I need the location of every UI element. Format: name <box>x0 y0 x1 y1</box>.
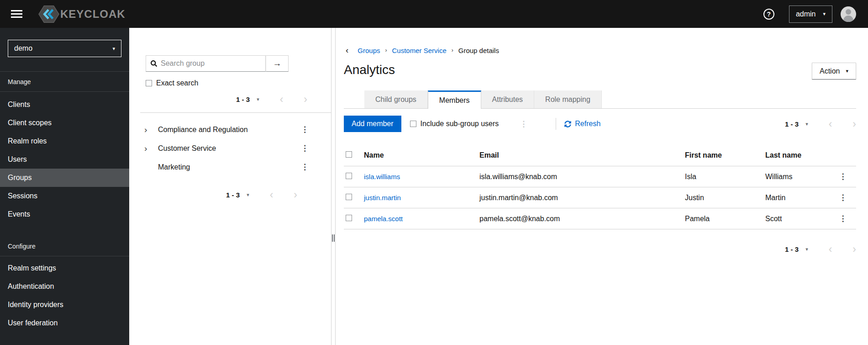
caret-down-icon[interactable]: ▾ <box>805 121 808 127</box>
resizer-grip[interactable] <box>332 234 335 242</box>
column-header-first-name: First name <box>685 148 765 166</box>
kebab-icon[interactable]: ⋮ <box>299 162 310 172</box>
prev-page-button[interactable]: ‹ <box>829 244 832 255</box>
kebab-icon[interactable]: ⋮ <box>299 125 310 134</box>
sidebar-item-clients[interactable]: Clients <box>0 96 129 114</box>
tab-members[interactable]: Members <box>428 90 481 109</box>
member-first-name: Isla <box>685 166 765 187</box>
prev-page-button[interactable]: ‹ <box>270 190 274 200</box>
group-name[interactable]: Marketing <box>158 163 190 171</box>
pagination-range: 1 - 3 <box>785 245 799 253</box>
configure-nav-list: Realm settings Authentication Identity p… <box>0 256 129 332</box>
row-checkbox[interactable] <box>346 173 352 179</box>
sidebar-item-events[interactable]: Events <box>0 205 129 223</box>
tab-attributes[interactable]: Attributes <box>481 90 535 108</box>
member-email: justin.martin@knab.com <box>479 187 685 208</box>
row-checkbox[interactable] <box>346 194 352 200</box>
select-all-checkbox[interactable] <box>346 151 352 158</box>
help-icon[interactable]: ? <box>763 9 774 20</box>
expand-chevron-icon[interactable]: › <box>144 125 158 135</box>
column-header-last-name: Last name <box>765 148 833 166</box>
chevron-right-icon: › <box>447 47 458 53</box>
next-page-button[interactable]: › <box>304 94 307 105</box>
tree-pagination-top: 1 - 3 ▾ ‹ › <box>129 94 331 105</box>
include-subgroups-label: Include sub-group users <box>421 120 499 128</box>
members-pagination-bottom: 1 - 3 ▾ ‹ › <box>344 244 856 255</box>
realm-selector[interactable]: demo ▾ <box>8 40 121 57</box>
kebab-icon[interactable]: ⋮ <box>517 119 530 129</box>
include-subgroups-toggle[interactable]: Include sub-group users <box>410 120 499 128</box>
tab-role-mapping[interactable]: Role mapping <box>534 90 602 108</box>
collapse-chevron-icon[interactable]: ‹ <box>344 45 350 55</box>
member-last-name: Williams <box>765 166 833 187</box>
members-pagination-top: 1 - 3 ▾ ‹ › <box>785 119 856 129</box>
group-name[interactable]: Customer Service <box>158 144 216 153</box>
refresh-button[interactable]: Refresh <box>564 120 600 128</box>
add-member-button[interactable]: Add member <box>344 116 401 132</box>
caret-down-icon[interactable]: ▾ <box>257 96 259 102</box>
group-tree: › Compliance and Regulation ⋮ › Customer… <box>129 120 331 176</box>
include-subgroups-checkbox[interactable] <box>410 121 416 127</box>
pagination-range: 1 - 3 <box>785 120 799 128</box>
row-checkbox[interactable] <box>346 215 352 221</box>
tab-child-groups[interactable]: Child groups <box>364 90 428 108</box>
kebab-icon[interactable]: ⋮ <box>837 193 849 202</box>
search-submit-button[interactable]: → <box>266 55 289 72</box>
sidebar-item-identity-providers[interactable]: Identity providers <box>0 296 129 314</box>
next-page-button[interactable]: › <box>852 119 856 129</box>
caret-down-icon: ▾ <box>112 46 115 52</box>
group-name[interactable]: Compliance and Regulation <box>158 126 248 134</box>
group-search: → <box>146 55 289 72</box>
kebab-icon[interactable]: ⋮ <box>837 214 849 223</box>
nav-section-configure: Configure <box>0 236 129 256</box>
masthead-right: ? admin ▾ <box>763 5 856 23</box>
prev-page-button[interactable]: ‹ <box>280 94 284 105</box>
kebab-icon[interactable]: ⋮ <box>299 143 310 153</box>
member-first-name: Justin <box>685 187 765 208</box>
sidebar-item-groups[interactable]: Groups <box>0 169 129 187</box>
page-title: Analytics <box>344 63 395 77</box>
member-username-link[interactable]: justin.martin <box>364 194 401 202</box>
refresh-label: Refresh <box>575 120 600 128</box>
tree-item: › Compliance and Regulation ⋮ <box>129 120 331 139</box>
members-toolbar: Add member Include sub-group users ⋮ Ref… <box>344 116 856 132</box>
sidebar-item-user-federation[interactable]: User federation <box>0 314 129 332</box>
member-username-link[interactable]: pamela.scott <box>364 215 403 223</box>
group-search-input[interactable] <box>161 59 265 68</box>
exact-search-toggle[interactable]: Exact search <box>146 79 331 87</box>
sidebar-item-realm-settings[interactable]: Realm settings <box>0 259 129 277</box>
menu-icon[interactable] <box>7 5 26 23</box>
sidebar-item-client-scopes[interactable]: Client scopes <box>0 114 129 132</box>
user-dropdown[interactable]: admin ▾ <box>789 5 832 23</box>
caret-down-icon[interactable]: ▾ <box>247 192 249 198</box>
divider <box>140 112 331 113</box>
table-row: pamela.scott pamela.scott@knab.com Pamel… <box>344 208 856 229</box>
group-details-panel: ‹ Groups › Customer Service › Group deta… <box>336 28 868 345</box>
sidebar-item-realm-roles[interactable]: Realm roles <box>0 132 129 150</box>
breadcrumb-current: Group details <box>458 47 499 54</box>
title-row: Analytics Action ▾ <box>344 63 856 80</box>
prev-page-button[interactable]: ‹ <box>829 119 832 129</box>
action-dropdown[interactable]: Action ▾ <box>812 63 856 80</box>
avatar[interactable] <box>841 6 856 22</box>
kebab-icon[interactable]: ⋮ <box>837 172 849 181</box>
manage-nav-list: Clients Client scopes Realm roles Users … <box>0 92 129 223</box>
column-header-email: Email <box>479 148 685 166</box>
sidebar-item-authentication[interactable]: Authentication <box>0 277 129 296</box>
expand-chevron-icon[interactable]: › <box>144 143 158 154</box>
next-page-button[interactable]: › <box>294 190 297 200</box>
caret-down-icon[interactable]: ▾ <box>805 246 808 252</box>
breadcrumb-groups[interactable]: Groups <box>358 47 380 54</box>
pagination-range: 1 - 3 <box>236 96 250 103</box>
sidebar-item-sessions[interactable]: Sessions <box>0 187 129 205</box>
user-name: admin <box>796 10 816 18</box>
next-page-button[interactable]: › <box>852 244 856 255</box>
keycloak-logo[interactable]: KEYCLOAK <box>38 4 126 25</box>
member-username-link[interactable]: isla.williams <box>364 173 400 180</box>
sidebar-item-users[interactable]: Users <box>0 150 129 169</box>
breadcrumb-customer-service[interactable]: Customer Service <box>392 47 447 54</box>
exact-search-checkbox[interactable] <box>146 80 152 86</box>
column-header-name: Name <box>364 148 479 166</box>
table-header-row: Name Email First name Last name <box>344 148 856 166</box>
panel-resizer[interactable] <box>331 28 336 345</box>
